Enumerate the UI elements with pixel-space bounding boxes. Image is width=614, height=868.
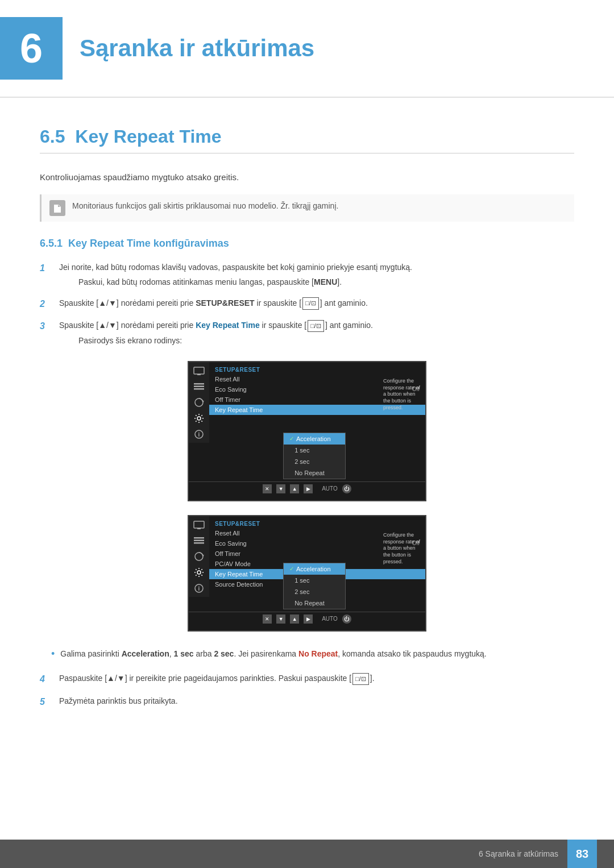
step-3: 3 Spauskite [▲/▼] norėdami pereiti prie … [40, 319, 574, 347]
step-1-text: Jei norite, kad būtų rodomas klavišų vad… [59, 261, 412, 273]
svg-rect-15 [194, 539, 204, 541]
osd-sub-1sec-1: 1 sec [284, 445, 345, 456]
section-heading: 6.5 Key Repeat Time [40, 126, 574, 153]
osd-section-title-1: SETUP&RESET [209, 364, 425, 374]
osd-screenshot-2: i SETUP&RESET Reset All Eco SavingOff Of… [188, 515, 426, 632]
osd-sub-acceleration-2: ✓ Acceleration [284, 563, 345, 575]
note-icon [49, 200, 65, 216]
main-content: 6.5 Key Repeat Time Kontroliuojamas spau… [0, 103, 614, 766]
bullet-text: Galima pasirinkti Acceleration, 1 sec ar… [60, 647, 486, 660]
osd-bottom-bar-1: ✕ ▼ ▲ ▶ AUTO ⏻ [189, 481, 425, 496]
osd-icon-lines-2 [193, 535, 205, 546]
osd-btn-x-2: ✕ [263, 614, 272, 624]
svg-text:i: i [198, 431, 200, 438]
osd-btn-enter: ▶ [304, 484, 313, 493]
osd-icon-gear-active [193, 413, 205, 423]
osd-sub-norepeat-2: No Repeat [284, 597, 345, 609]
svg-text:i: i [198, 585, 200, 592]
osd-tooltip-1: Configure the response rate of a button … [383, 378, 423, 411]
subsection-heading: 6.5.1 Key Repeat Time konfigūravimas [40, 238, 574, 250]
footer-page-number: 83 [567, 840, 597, 868]
page-footer: 6 Sąranka ir atkūrimas 83 [0, 840, 614, 868]
step-3-text: Spauskite [▲/▼] norėdami pereiti prie Ke… [59, 319, 373, 332]
osd-btn-power: ⏻ [342, 484, 351, 493]
osd-btn-up-2: ▲ [290, 614, 299, 624]
svg-rect-13 [197, 528, 201, 529]
osd-bottom-bar-2: ✕ ▼ ▲ ▶ AUTO ⏻ [189, 612, 425, 626]
osd-btn-power-2: ⏻ [342, 614, 351, 624]
osd-icon-gear-active-2 [193, 567, 205, 578]
svg-rect-0 [55, 208, 60, 209]
osd-sub-2sec-2: 2 sec [284, 586, 345, 597]
svg-rect-3 [197, 374, 201, 375]
svg-point-19 [197, 571, 201, 574]
osd-auto-label-2: AUTO [322, 616, 338, 622]
svg-marker-18 [202, 555, 204, 556]
chapter-title: Sąranka ir atkūrimas [80, 35, 314, 62]
step-2-text: Spauskite [▲/▼] norėdami pereiti prie SE… [59, 297, 574, 310]
osd-btn-down-2: ▼ [276, 614, 285, 624]
osd-btn-enter-2: ▶ [304, 614, 313, 624]
osd-section-title-2: SETUP&RESET [209, 518, 425, 528]
osd-btn-down: ▼ [276, 484, 285, 493]
osd-icon-rotate [193, 397, 205, 408]
svg-rect-14 [194, 537, 204, 539]
step-1: 1 Jei norite, kad būtų rodomas klavišų v… [40, 261, 574, 289]
svg-rect-6 [194, 388, 204, 390]
chapter-header: 6 Sąranka ir atkūrimas [0, 0, 614, 98]
note-box: Monitoriaus funkcijos gali skirtis prikl… [40, 194, 574, 222]
step-3-continuation: Pasirodys šis ekrano rodinys: [78, 334, 373, 347]
osd-icon-rotate-2 [193, 551, 205, 562]
osd-screenshot-1: i SETUP&RESET Reset All Eco SavingOff Of… [188, 361, 426, 501]
svg-point-9 [197, 417, 201, 420]
steps-list-2: 4 Paspauskite [▲/▼] ir pereikite prie pa… [40, 672, 574, 709]
screenshots-container: i SETUP&RESET Reset All Eco SavingOff Of… [40, 361, 574, 632]
svg-rect-1 [55, 210, 59, 211]
svg-rect-16 [194, 542, 204, 544]
bullet-list: • Galima pasirinkti Acceleration, 1 sec … [51, 647, 574, 661]
osd-icon-info: i [193, 429, 205, 439]
chapter-number: 6 [0, 17, 63, 80]
svg-marker-8 [202, 401, 204, 402]
svg-rect-2 [194, 367, 204, 374]
note-text: Monitoriaus funkcijos gali skirtis prikl… [72, 200, 338, 212]
osd-sidebar-1: i [189, 362, 209, 443]
osd-sub-norepeat-1: No Repeat [284, 467, 345, 479]
osd-icon-tv-2 [193, 520, 205, 530]
intro-text: Kontroliuojamas spaudžiamo mygtuko atsak… [40, 171, 574, 184]
step-4: 4 Paspauskite [▲/▼] ir pereikite prie pa… [40, 672, 574, 687]
osd-icon-lines [193, 381, 205, 392]
osd-sub-acceleration-1: ✓ Acceleration [284, 433, 345, 445]
osd-tooltip-2: Configure the response rate of a button … [383, 532, 423, 565]
step-4-text: Paspauskite [▲/▼] ir pereikite prie page… [59, 672, 574, 685]
step-5-text: Pažymėta parinktis bus pritaikyta. [59, 695, 574, 707]
osd-icon-info-2: i [193, 583, 205, 593]
step-5: 5 Pažymėta parinktis bus pritaikyta. [40, 695, 574, 709]
osd-btn-x: ✕ [263, 484, 272, 493]
osd-btn-up: ▲ [290, 484, 299, 493]
osd-sidebar-2: i [189, 516, 209, 597]
osd-auto-label-1: AUTO [322, 485, 338, 492]
svg-rect-5 [194, 385, 204, 387]
bullet-dot: • [51, 647, 55, 661]
svg-rect-4 [194, 383, 204, 385]
steps-list: 1 Jei norite, kad būtų rodomas klavišų v… [40, 261, 574, 347]
step-1-continuation: Paskui, kad būtų rodomas atitinkamas men… [78, 276, 412, 288]
bullet-item: • Galima pasirinkti Acceleration, 1 sec … [51, 647, 574, 661]
svg-rect-12 [194, 521, 204, 528]
osd-sub-1sec-2: 1 sec [284, 575, 345, 586]
step-2: 2 Spauskite [▲/▼] norėdami pereiti prie … [40, 297, 574, 312]
osd-sub-2sec-1: 2 sec [284, 456, 345, 467]
osd-icon-tv [193, 366, 205, 376]
footer-text: 6 Sąranka ir atkūrimas [479, 849, 558, 858]
